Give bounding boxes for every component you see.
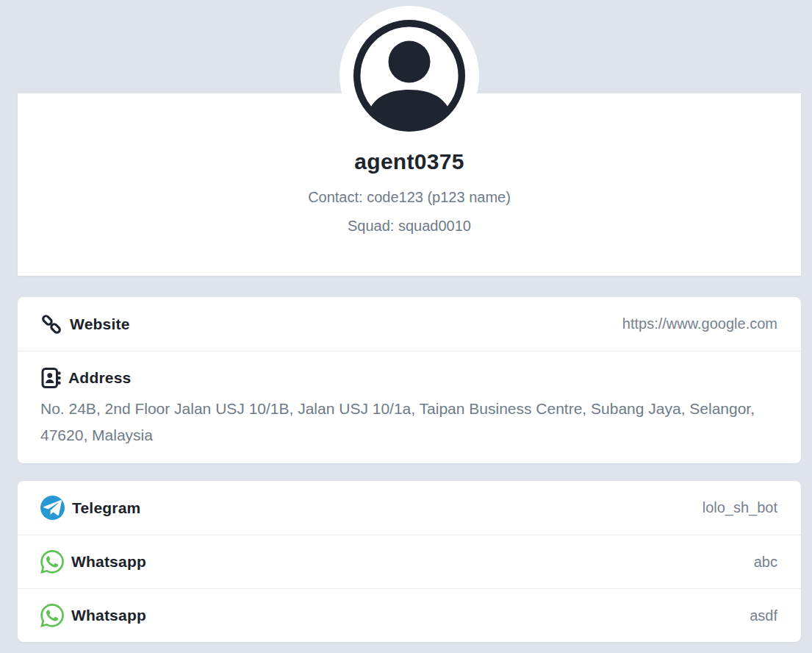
whatsapp-value[interactable]: abc [754, 554, 777, 571]
profile-contact-line: Contact: code123 (p123 name) [18, 189, 801, 206]
website-row: Website https://www.google.com [18, 297, 801, 351]
whatsapp-icon [40, 550, 64, 574]
telegram-icon [40, 496, 65, 520]
info-card: Website https://www.google.com Address [18, 297, 801, 463]
whatsapp-label: Whatsapp [71, 607, 146, 624]
profile-squad-line: Squad: squad0010 [18, 218, 801, 235]
profile-name: agent0375 [18, 149, 801, 174]
contacts-card: Telegram lolo_sh_bot Whatsapp abc Whatsa… [18, 481, 801, 642]
link-icon [40, 313, 62, 335]
telegram-value[interactable]: lolo_sh_bot [703, 499, 777, 516]
whatsapp-label: Whatsapp [71, 553, 146, 571]
whatsapp-row[interactable]: Whatsapp asdf [18, 588, 801, 642]
address-section: Address No. 24B, 2nd Floor Jalan USJ 10/… [18, 351, 801, 463]
address-label: Address [68, 369, 131, 387]
whatsapp-icon [40, 604, 64, 627]
avatar [339, 6, 479, 146]
page: agent0375 Contact: code123 (p123 name) S… [18, 0, 801, 642]
whatsapp-row[interactable]: Whatsapp abc [18, 535, 801, 588]
address-book-icon [40, 367, 61, 389]
telegram-label: Telegram [72, 499, 140, 517]
website-value[interactable]: https://www.google.com [622, 315, 777, 332]
website-label: Website [70, 315, 130, 333]
telegram-row[interactable]: Telegram lolo_sh_bot [18, 481, 801, 535]
person-circle-icon [353, 20, 465, 132]
address-value: No. 24B, 2nd Floor Jalan USJ 10/1B, Jala… [40, 396, 772, 449]
whatsapp-value[interactable]: asdf [750, 607, 777, 624]
